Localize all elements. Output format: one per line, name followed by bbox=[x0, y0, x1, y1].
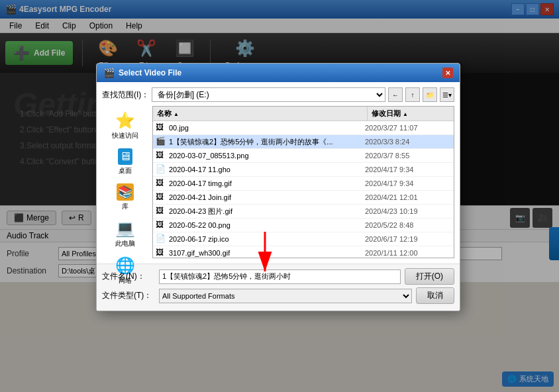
col-name[interactable]: 名称 ▲ bbox=[153, 107, 368, 121]
file-row[interactable]: 🖼 2020-05-22 00.png 2020/5/22 8:48 bbox=[153, 219, 454, 232]
filetype-field: 文件类型(T)： All Supported Formats 取消 bbox=[102, 287, 454, 304]
filetype-label: 文件类型(T)： bbox=[102, 290, 155, 301]
file-icon: 🖼 bbox=[156, 192, 166, 203]
file-name: 2020-06-17 zip.ico bbox=[169, 235, 365, 243]
computer-icon: 💻 bbox=[115, 219, 135, 238]
file-name: 3107.gif_wh300.gif bbox=[169, 249, 365, 257]
quick-access-label: 快速访问 bbox=[112, 131, 138, 140]
file-row[interactable]: 🖼 2020-03-07_085513.png 2020/3/7 8:55 bbox=[153, 149, 454, 163]
col-date[interactable]: 修改日期 ▲ bbox=[368, 107, 454, 121]
file-row[interactable]: 🖼 2020-04-21 Join.gif 2020/4/21 12:01 bbox=[153, 191, 454, 205]
filename-input[interactable] bbox=[159, 270, 401, 284]
file-name: 2020-04-17 11.gho bbox=[169, 166, 365, 173]
dialog-body: 查找范围(I)： 备份[勿删] (E:) ← ↑ 📁 ☰▾ ⭐ 快速访问 bbox=[97, 82, 460, 264]
file-icon: 📄 bbox=[156, 164, 166, 175]
file-name: 2020-04-21 Join.gif bbox=[169, 193, 365, 201]
dialog-title-text: Select Video File bbox=[119, 68, 181, 77]
select-video-dialog: 🎬 Select Video File ✕ 查找范围(I)： 备份[勿删] (E… bbox=[96, 63, 460, 311]
file-icon: 🖼 bbox=[156, 220, 166, 230]
file-icon: 🖼 bbox=[156, 178, 166, 189]
computer-label: 此电脑 bbox=[115, 239, 135, 248]
file-date: 2020/6/17 12:19 bbox=[365, 235, 451, 243]
location-bar: 查找范围(I)： 备份[勿删] (E:) ← ↑ 📁 ☰▾ bbox=[102, 87, 454, 102]
file-row[interactable]: 📄 2020-06-17 zip.ico 2020/6/17 12:19 bbox=[153, 232, 454, 246]
file-date: 2020/3/7 8:55 bbox=[365, 152, 451, 160]
file-date: 2020/4/21 12:01 bbox=[365, 193, 451, 201]
file-date: 2020/4/17 9:34 bbox=[365, 166, 451, 173]
desktop-label: 桌面 bbox=[119, 166, 132, 175]
filetype-select[interactable]: All Supported Formats bbox=[159, 289, 412, 303]
location-select[interactable]: 备份[勿删] (E:) bbox=[152, 87, 385, 102]
dialog-title-icon: 🎬 bbox=[103, 68, 115, 78]
file-name: 2020-03-07_085513.png bbox=[169, 152, 365, 160]
library-label: 库 bbox=[122, 202, 128, 211]
file-name: 2020-05-22 00.png bbox=[169, 221, 365, 229]
nav-back-button[interactable]: ← bbox=[388, 87, 403, 102]
file-icon: 🖼 bbox=[156, 248, 166, 258]
filename-field: 文件名(N)： 打开(O) bbox=[102, 268, 454, 285]
file-date: 2020/1/11 12:00 bbox=[365, 249, 451, 257]
file-icon: 🖼 bbox=[156, 150, 166, 161]
file-row[interactable]: 📄 2020-04-17 11.gho 2020/4/17 9:34 bbox=[153, 163, 454, 177]
view-toggle-button[interactable]: ☰▾ bbox=[440, 87, 454, 102]
library-icon: 📚 bbox=[117, 183, 134, 201]
new-folder-button[interactable]: 📁 bbox=[423, 87, 437, 102]
cancel-button[interactable]: 取消 bbox=[416, 287, 454, 304]
file-browser: ⭐ 快速访问 🖥 桌面 📚 库 💻 此电脑 bbox=[102, 106, 454, 258]
file-row[interactable]: 🖼 3107.gif_wh300.gif 2020/1/11 12:00 bbox=[153, 246, 454, 258]
sidebar-library[interactable]: 📚 库 bbox=[105, 181, 145, 214]
sidebar-quick-access[interactable]: ⭐ 快速访问 bbox=[105, 109, 145, 143]
file-icon: 🖼 bbox=[156, 206, 166, 217]
file-icon: 🖼 bbox=[156, 122, 166, 133]
file-date: 2020/3/27 11:07 bbox=[365, 124, 451, 132]
file-name: 2020-04-17 timg.gif bbox=[169, 179, 365, 187]
dialog-title-bar: 🎬 Select Video File ✕ bbox=[97, 64, 460, 82]
filename-label: 文件名(N)： bbox=[102, 271, 155, 282]
file-name: 00.jpg bbox=[169, 124, 365, 132]
file-icon: 📄 bbox=[156, 234, 166, 244]
dialog-bottom: 文件名(N)： 打开(O) 文件类型(T)： All Supported For… bbox=[97, 264, 460, 311]
nav-up-button[interactable]: ↑ bbox=[405, 87, 420, 102]
file-date: 2020/3/3 8:24 bbox=[365, 138, 451, 146]
file-row[interactable]: 🖼 00.jpg 2020/3/27 11:07 bbox=[153, 121, 454, 135]
file-date: 2020/4/17 9:34 bbox=[365, 179, 451, 187]
open-button[interactable]: 打开(O) bbox=[405, 268, 454, 285]
sidebar-desktop[interactable]: 🖥 桌面 bbox=[105, 146, 145, 178]
file-date: 2020/5/22 8:48 bbox=[365, 221, 451, 229]
sidebar-panel: ⭐ 快速访问 🖥 桌面 📚 库 💻 此电脑 bbox=[102, 106, 148, 258]
file-name: 1【笑镇惊魂2】恐怖5分钟，逛街两小时的故事《... bbox=[169, 137, 365, 147]
file-list-header: 名称 ▲ 修改日期 ▲ bbox=[153, 107, 454, 121]
file-date: 2020/4/23 10:19 bbox=[365, 207, 451, 215]
file-list-area: 名称 ▲ 修改日期 ▲ 🖼 00.jpg 2020/3/27 11:07 🎬 1… bbox=[152, 106, 454, 258]
sidebar-computer[interactable]: 💻 此电脑 bbox=[105, 217, 145, 251]
file-list: 🖼 00.jpg 2020/3/27 11:07 🎬 1【笑镇惊魂2】恐怖5分钟… bbox=[153, 121, 454, 258]
dialog-overlay: 🎬 Select Video File ✕ 查找范围(I)： 备份[勿删] (E… bbox=[0, 0, 559, 392]
quick-access-icon: ⭐ bbox=[115, 111, 135, 130]
desktop-icon: 🖥 bbox=[118, 148, 132, 165]
file-row[interactable]: 🖼 2020-04-23 图片.gif 2020/4/23 10:19 bbox=[153, 205, 454, 219]
dialog-close-button[interactable]: ✕ bbox=[442, 68, 453, 78]
file-row[interactable]: 🖼 2020-04-17 timg.gif 2020/4/17 9:34 bbox=[153, 177, 454, 191]
file-row[interactable]: 🎬 1【笑镇惊魂2】恐怖5分钟，逛街两小时的故事《... 2020/3/3 8:… bbox=[153, 135, 454, 149]
location-label: 查找范围(I)： bbox=[102, 89, 149, 101]
file-name: 2020-04-23 图片.gif bbox=[169, 207, 365, 217]
file-icon: 🎬 bbox=[156, 136, 166, 147]
